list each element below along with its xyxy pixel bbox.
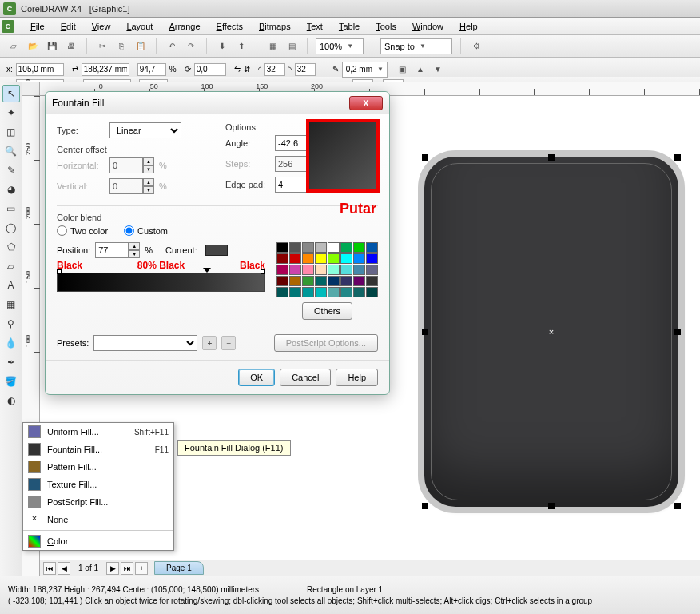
new-icon[interactable]: ▱ [6, 39, 21, 54]
page-last-icon[interactable]: ⏭ [121, 562, 133, 575]
to-front-icon[interactable]: ▲ [413, 62, 428, 77]
color-swatch[interactable] [353, 265, 365, 275]
resize-handle[interactable] [674, 503, 681, 509]
color-swatch[interactable] [340, 287, 352, 297]
freehand-tool[interactable]: ✎ [2, 161, 20, 179]
mirror-h-icon[interactable]: ⇋ [234, 65, 241, 74]
mirror-v-icon[interactable]: ⇵ [244, 65, 250, 74]
preset-remove-button[interactable]: − [221, 336, 236, 350]
interactive-tool[interactable]: ⚲ [2, 315, 20, 333]
color-swatch[interactable] [276, 276, 288, 286]
menu-text[interactable]: Text [299, 19, 331, 34]
lock-size-icon[interactable]: ⇄ [72, 65, 78, 74]
fill-menu-item[interactable]: ×None [23, 511, 173, 528]
polygon-tool[interactable]: ⬠ [2, 238, 20, 256]
custom-radio[interactable]: Custom [124, 225, 168, 236]
color-swatch[interactable] [302, 287, 314, 297]
page-add-icon[interactable]: + [135, 562, 148, 575]
color-swatch[interactable] [276, 265, 288, 275]
scalex-field[interactable] [137, 63, 166, 76]
color-swatch[interactable] [289, 253, 301, 264]
zoom-tool[interactable]: 🔍 [2, 142, 20, 160]
menu-file[interactable]: File [22, 19, 53, 34]
help-button[interactable]: Help [336, 369, 378, 386]
fill-menu-color[interactable]: Color [23, 532, 173, 550]
print-icon[interactable]: 🖶 [64, 39, 78, 54]
snap-dropdown[interactable]: Snap to▼ [380, 38, 452, 54]
color-swatch[interactable] [302, 265, 314, 275]
fill-menu-item[interactable]: Fountain Fill...F11 [23, 441, 173, 458]
color-swatch[interactable] [340, 265, 352, 275]
spin-down[interactable]: ▼ [129, 250, 140, 258]
resize-handle[interactable] [422, 503, 428, 509]
color-swatch[interactable] [340, 253, 352, 264]
basic-shapes-tool[interactable]: ▱ [2, 257, 20, 275]
save-icon[interactable]: 💾 [45, 39, 59, 54]
outline-tool[interactable]: ✒ [2, 353, 20, 371]
fill-tool[interactable]: 🪣 [2, 373, 20, 390]
page-prev-icon[interactable]: ◀ [58, 562, 70, 575]
resize-handle[interactable] [548, 154, 555, 161]
zoom-dropdown[interactable]: 100%▼ [316, 38, 364, 54]
gradient-node[interactable] [261, 269, 265, 274]
spin-up[interactable]: ▲ [129, 242, 140, 250]
color-swatch[interactable] [315, 265, 327, 275]
color-swatch[interactable] [289, 276, 301, 286]
welcome-icon[interactable]: ▤ [284, 39, 299, 54]
color-swatch[interactable] [328, 253, 340, 264]
resize-handle[interactable] [674, 154, 681, 161]
pick-tool[interactable]: ↖ [2, 85, 20, 102]
export-icon[interactable]: ⬆ [234, 39, 249, 54]
options-icon[interactable]: ⚙ [469, 39, 483, 54]
corner2-field[interactable] [295, 63, 316, 76]
menu-tools[interactable]: Tools [368, 19, 404, 34]
crop-tool[interactable]: ◫ [2, 123, 20, 141]
type-select[interactable]: Linear [109, 122, 181, 138]
ellipse-tool[interactable]: ◯ [2, 219, 20, 237]
angle-field[interactable] [275, 135, 308, 151]
resize-handle[interactable] [548, 503, 555, 509]
color-swatch[interactable] [315, 287, 327, 297]
gradient-node[interactable] [57, 269, 62, 274]
color-swatch[interactable] [302, 276, 314, 286]
app-launcher-icon[interactable]: ▦ [265, 39, 280, 54]
eyedropper-tool[interactable]: 💧 [2, 334, 20, 352]
gradient-preview[interactable] [306, 119, 380, 193]
page-first-icon[interactable]: ⏮ [43, 562, 56, 575]
text-tool[interactable]: A [2, 277, 20, 294]
color-swatch[interactable] [366, 242, 378, 253]
selected-rectangle[interactable]: × [424, 156, 679, 508]
menu-arrange[interactable]: Arrange [161, 19, 208, 34]
color-swatch[interactable] [302, 242, 314, 253]
dialog-titlebar[interactable]: Fountain Fill X [46, 92, 389, 114]
color-swatch[interactable] [353, 276, 365, 286]
color-swatch[interactable] [328, 276, 340, 286]
menu-effects[interactable]: Effects [209, 19, 251, 34]
color-swatch[interactable] [340, 276, 352, 286]
color-swatch[interactable] [366, 287, 378, 297]
fill-menu-item[interactable]: Texture Fill... [23, 476, 173, 493]
presets-select[interactable] [93, 335, 197, 351]
page-tab[interactable]: Page 1 [154, 561, 204, 575]
color-swatch[interactable] [366, 276, 378, 286]
color-swatch[interactable] [302, 253, 314, 264]
undo-icon[interactable]: ↶ [165, 39, 179, 54]
others-button[interactable]: Others [302, 302, 352, 320]
color-swatch[interactable] [276, 253, 288, 264]
resize-handle[interactable] [674, 329, 681, 335]
corner1-field[interactable] [264, 63, 285, 76]
color-swatch[interactable] [276, 287, 288, 297]
paste-icon[interactable]: 📋 [133, 39, 148, 54]
color-swatch[interactable] [353, 253, 365, 264]
color-swatch[interactable] [340, 242, 352, 253]
color-swatch[interactable] [289, 265, 301, 275]
w-field[interactable] [82, 63, 129, 76]
smart-fill-tool[interactable]: ◕ [2, 181, 20, 198]
shape-tool[interactable]: ✦ [2, 104, 20, 122]
preset-add-button[interactable]: + [202, 336, 217, 350]
two-color-radio[interactable]: Two color [57, 225, 108, 236]
color-swatch[interactable] [276, 242, 288, 253]
color-swatch[interactable] [366, 265, 378, 275]
page-next-icon[interactable]: ▶ [106, 562, 119, 575]
menu-bitmaps[interactable]: Bitmaps [251, 19, 299, 34]
